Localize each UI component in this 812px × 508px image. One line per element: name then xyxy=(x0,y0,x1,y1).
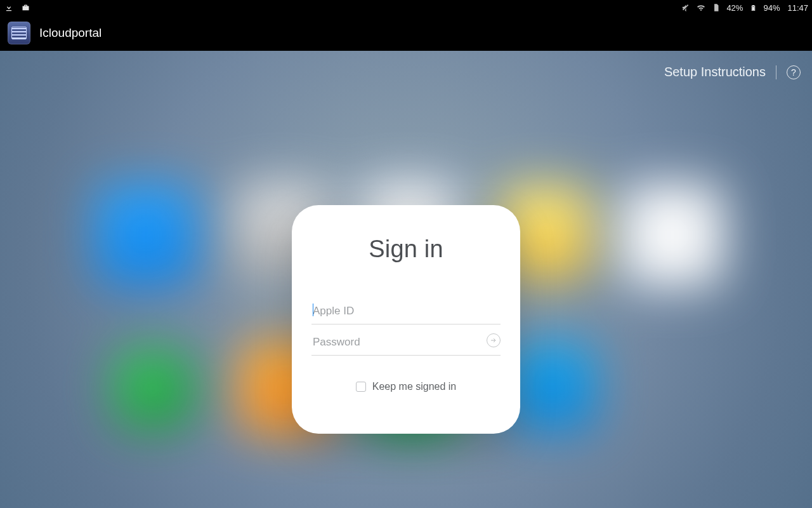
svg-rect-0 xyxy=(752,6,755,10)
keep-signed-in-checkbox[interactable] xyxy=(356,382,366,392)
sign-in-card: Sign in Keep me signed in xyxy=(292,205,520,434)
keep-signed-in-label: Keep me signed in xyxy=(372,381,457,392)
briefcase-icon xyxy=(20,3,30,13)
battery1-pct: 42% xyxy=(726,3,743,13)
text-caret xyxy=(313,304,313,316)
android-status-bar: 42% 94% 11:47 xyxy=(0,0,812,15)
password-input[interactable] xyxy=(311,330,501,356)
keep-signed-in-row[interactable]: Keep me signed in xyxy=(356,381,457,392)
download-icon xyxy=(4,3,14,13)
content-area: Setup Instructions ? Sign in Keep me sig… xyxy=(0,51,812,508)
apple-id-field-wrap xyxy=(311,298,501,324)
top-links: Setup Instructions ? xyxy=(664,65,801,79)
sign-in-heading: Sign in xyxy=(369,236,443,263)
wifi-icon xyxy=(696,3,706,13)
sim-icon xyxy=(711,3,721,13)
sign-in-submit-button[interactable] xyxy=(487,333,501,347)
clock-time: 11:47 xyxy=(787,3,808,13)
setup-instructions-link[interactable]: Setup Instructions xyxy=(664,65,766,79)
apple-id-input[interactable] xyxy=(311,298,501,324)
app-title: Icloudportal xyxy=(39,26,102,40)
battery-icon xyxy=(748,3,758,13)
password-field-wrap xyxy=(311,330,501,356)
mute-icon xyxy=(681,3,691,13)
app-action-bar: Icloudportal xyxy=(0,15,812,51)
app-icon xyxy=(8,22,30,44)
divider xyxy=(776,65,776,79)
help-icon[interactable]: ? xyxy=(787,65,801,79)
battery2-pct: 94% xyxy=(763,3,780,13)
